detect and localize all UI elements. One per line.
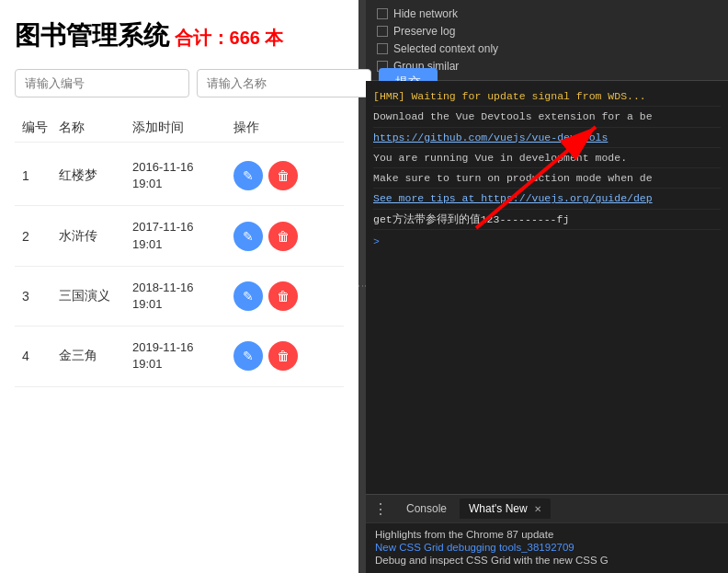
highlight-label: Highlights from the Chrome 87 update [375,529,719,540]
cell-name: 金三角 [59,348,132,364]
cell-actions: ✎ 🗑 [233,281,316,311]
col-date: 添加时间 [132,120,233,136]
selected-context-checkbox[interactable] [377,43,388,54]
console-line-get: get方法带参得到的值123---------fj [373,210,721,230]
cell-name: 三国演义 [59,288,132,304]
delete-button[interactable]: 🗑 [268,281,298,311]
console-line: You are running Vue in development mode. [373,148,721,168]
cell-date: 2017-11-1619:01 [132,219,233,252]
form-row: 提交 [15,68,344,97]
console-link[interactable]: See more tips at https://vuejs.org/guide… [373,189,721,209]
hide-network-label: Hide network [393,7,458,20]
count-label: 合计：666 本 [169,28,284,48]
edit-button[interactable]: ✎ [233,161,263,190]
name-input[interactable] [197,69,371,97]
bottom-content: Highlights from the Chrome 87 update New… [366,522,728,573]
bottom-link[interactable]: New CSS Grid debugging tools_38192709 [375,542,719,553]
cell-date: 2018-11-1619:01 [132,280,233,313]
filter-preserve-log: Preserve log [377,25,717,38]
cell-actions: ✎ 🗑 [233,161,316,190]
console-line: Make sure to turn on production mode whe… [373,168,721,189]
preserve-log-label: Preserve log [393,25,455,38]
app-title: 图书管理系统 合计：666 本 [15,18,344,53]
edit-button[interactable]: ✎ [233,222,263,251]
cell-actions: ✎ 🗑 [233,222,316,251]
hide-network-checkbox[interactable] [377,8,388,19]
bottom-debug-text: Debug and inspect CSS Grid with the new … [375,555,719,566]
cell-actions: ✎ 🗑 [233,341,316,371]
cell-date: 2016-11-1619:01 [132,159,233,192]
app-panel: 图书管理系统 合计：666 本 提交 编号 名称 添加时间 操作 1 红楼梦 2… [0,0,358,573]
cell-id: 3 [22,289,59,304]
title-text: 图书管理系统 [15,21,169,50]
table-row: 1 红楼梦 2016-11-1619:01 ✎ 🗑 [15,146,344,206]
cell-name: 水浒传 [59,228,132,245]
table-header: 编号 名称 添加时间 操作 [15,116,344,143]
cell-id: 2 [22,229,59,244]
filter-selected-context: Selected context only [377,42,717,55]
edit-button[interactable]: ✎ [233,281,263,311]
selected-context-label: Selected context only [393,42,498,55]
col-name: 名称 [59,120,132,136]
console-prompt: > [373,234,721,249]
edit-button[interactable]: ✎ [233,341,263,371]
tab-whats-new-label: What's New [469,502,528,515]
col-action: 操作 [233,120,316,136]
cell-id: 1 [22,168,59,183]
table-row: 4 金三角 2019-11-1619:01 ✎ 🗑 [15,327,344,386]
cell-id: 4 [22,349,59,363]
table-row: 2 水浒传 2017-11-1619:01 ✎ 🗑 [15,206,344,266]
devtools-bottom: ⋮ Console What's New ✕ Highlights from t… [366,494,728,573]
console-line: Download the Vue Devtools extension for … [373,107,721,127]
tab-close-icon[interactable]: ✕ [534,504,541,514]
id-input[interactable] [15,69,189,97]
cell-name: 红楼梦 [59,167,132,184]
tab-console-label: Console [406,502,447,515]
tab-bar: ⋮ Console What's New ✕ [366,495,728,522]
filter-hide-network: Hide network [377,7,717,20]
delete-button[interactable]: 🗑 [268,222,298,251]
console-output[interactable]: [HMR] Waiting for update signal from WDS… [366,81,728,494]
console-link[interactable]: https://github.com/vuejs/vue-devtools [373,128,721,148]
tab-overflow-button[interactable]: ⋮ [373,500,388,518]
col-id: 编号 [22,120,59,136]
tab-whats-new[interactable]: What's New ✕ [460,499,551,519]
devtools-panel: Hide network Preserve log Selected conte… [366,0,728,573]
preserve-log-checkbox[interactable] [377,26,388,37]
delete-button[interactable]: 🗑 [268,161,298,190]
table-row: 3 三国演义 2018-11-1619:01 ✎ 🗑 [15,267,344,327]
delete-button[interactable]: 🗑 [268,341,298,371]
tab-console[interactable]: Console [397,499,456,519]
console-line: [HMR] Waiting for update signal from WDS… [373,86,721,107]
cell-date: 2019-11-1619:01 [132,339,233,372]
